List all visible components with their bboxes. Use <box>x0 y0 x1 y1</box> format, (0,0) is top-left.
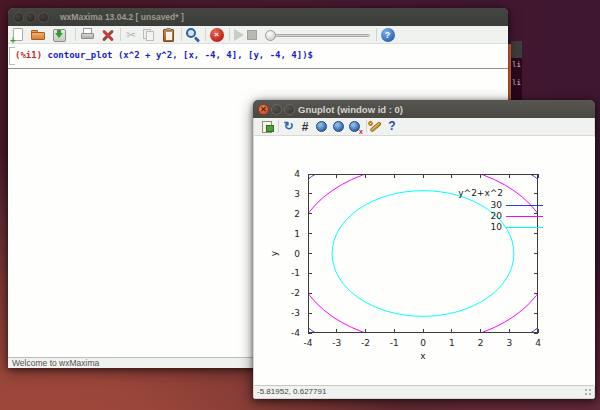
autoscale-button[interactable]: x <box>347 119 363 135</box>
close-button[interactable] <box>13 12 24 23</box>
y-tick-label: 3 <box>294 189 300 199</box>
play-icon <box>234 29 244 41</box>
gnuplot-statusbar: -5.81952, 0.627791 <box>254 385 594 398</box>
x-tick-label: 0 <box>420 338 426 348</box>
grid-icon: # <box>297 120 313 134</box>
interrupt-button[interactable]: × <box>209 27 225 43</box>
help-icon: ? <box>384 119 400 133</box>
gnuplot-window: ✕ Gnuplot (window id : 0) ↻ # x <box>253 100 595 399</box>
zoom-next-icon <box>333 121 344 132</box>
legend-entry-label: 20 <box>491 211 503 221</box>
find-button[interactable] <box>184 27 200 43</box>
configure-button[interactable] <box>100 27 116 43</box>
zoom-previous-button[interactable] <box>314 119 330 135</box>
terminal-window[interactable]: li li <box>508 41 522 100</box>
x-tick-label: -4 <box>304 338 313 348</box>
y-tick-label: 1 <box>294 229 300 239</box>
grid-button[interactable]: # <box>297 119 313 135</box>
minimize-button[interactable] <box>25 12 36 23</box>
replot-icon: ↻ <box>281 119 297 133</box>
legend-entry-label: 30 <box>491 200 503 210</box>
desktop: li li wxMaxima 13.04.2 [ unsaved* ] + <box>0 0 600 410</box>
animation-slider[interactable] <box>275 34 370 37</box>
status-text: Welcome to wxMaxima <box>12 358 99 368</box>
contour-plot: -4-3-2-101234-4-3-2-101234xyy^2+x^230201… <box>254 137 595 386</box>
minimize-button[interactable] <box>271 104 282 115</box>
x-tick-label: -3 <box>332 338 341 348</box>
wxmaxima-toolbar: + ✂ <box>8 26 508 44</box>
window-title: Gnuplot (window id : 0) <box>298 100 403 118</box>
interrupt-icon: × <box>210 28 224 42</box>
slider-knob[interactable] <box>265 30 276 41</box>
new-document-button[interactable]: + <box>10 27 26 43</box>
cut-button[interactable]: ✂ <box>123 27 139 43</box>
options-button[interactable] <box>368 119 384 135</box>
help-button[interactable]: ? <box>380 27 396 43</box>
x-tick-label: 2 <box>478 338 484 348</box>
input-prompt: (%i1) <box>15 50 42 60</box>
maximize-button[interactable] <box>284 104 295 115</box>
close-button[interactable]: ✕ <box>258 104 269 115</box>
plot-canvas[interactable]: -4-3-2-101234-4-3-2-101234xyy^2+x^230201… <box>254 137 595 386</box>
zoom-next-button[interactable] <box>331 119 347 135</box>
y-tick-label: -2 <box>291 288 300 298</box>
plot-border <box>309 175 538 333</box>
terminal-titlebar-fragment <box>511 41 522 58</box>
x-tick-label: 3 <box>506 338 512 348</box>
terminal-text-line: li <box>512 79 521 87</box>
terminal-text-line: li <box>512 61 521 69</box>
y-tick-label: 0 <box>294 249 300 259</box>
paste-button[interactable] <box>161 27 177 43</box>
cell-separator <box>8 68 508 69</box>
x-tick-label: 4 <box>535 338 541 348</box>
window-title: wxMaxima 13.04.2 [ unsaved* ] <box>60 8 184 26</box>
print-button[interactable] <box>80 27 96 43</box>
y-tick-label: -1 <box>291 268 300 278</box>
scissors-icon: ✂ <box>123 28 139 42</box>
x-axis-label: x <box>420 351 426 361</box>
maximize-button[interactable] <box>38 12 49 23</box>
y-tick-label: -3 <box>291 308 300 318</box>
help-icon: ? <box>381 28 395 42</box>
x-tick-label: 1 <box>449 338 455 348</box>
copy-button[interactable] <box>141 27 157 43</box>
terminal-body: li li <box>511 58 522 100</box>
x-tick-label: -2 <box>361 338 370 348</box>
contour-level-20 <box>294 165 551 343</box>
save-button[interactable] <box>51 27 67 43</box>
input-code: contour_plot (x^2 + y^2, [x, -4, 4], [y,… <box>42 50 313 60</box>
replot-button[interactable]: ↻ <box>281 119 297 135</box>
open-button[interactable] <box>30 27 46 43</box>
cursor-coordinates: -5.81952, 0.627791 <box>257 387 326 396</box>
y-tick-label: 2 <box>294 209 300 219</box>
stop-button[interactable] <box>244 27 260 43</box>
legend-entry-label: 10 <box>491 222 503 232</box>
zoom-previous-icon <box>316 121 327 132</box>
copy-to-clipboard-button[interactable] <box>260 119 276 135</box>
y-tick-label: -4 <box>291 328 300 338</box>
resize-grip[interactable] <box>584 388 593 397</box>
stop-icon <box>247 30 257 40</box>
y-axis-label: y <box>269 250 279 256</box>
help-button[interactable]: ? <box>384 119 400 135</box>
input-cell[interactable]: (%i1) contour_plot (x^2 + y^2, [x, -4, 4… <box>15 48 313 64</box>
y-tick-label: 4 <box>294 169 300 179</box>
gnuplot-titlebar: ✕ Gnuplot (window id : 0) <box>253 100 595 118</box>
x-tick-label: -1 <box>390 338 399 348</box>
gnuplot-toolbar: ↻ # x ? <box>254 118 594 136</box>
legend-title: y^2+x^2 <box>458 188 503 198</box>
contour-level-10 <box>332 191 514 317</box>
wxmaxima-titlebar: wxMaxima 13.04.2 [ unsaved* ] <box>8 8 508 26</box>
